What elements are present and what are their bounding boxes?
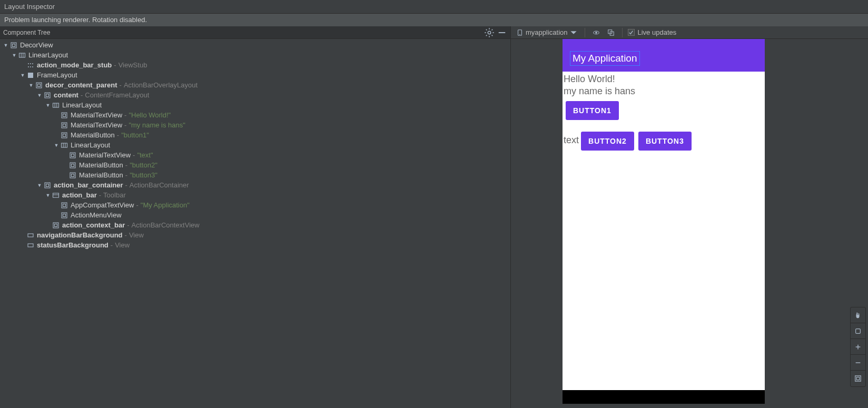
preview-toolbar: myapplication Live updates [511, 26, 868, 39]
tree-node-type: -View [123, 231, 144, 239]
tree-row[interactable]: ActionMenuView [0, 210, 510, 220]
tree-node-text: -"my name is hans" [122, 121, 185, 129]
tree-row[interactable]: MaterialTextView-"my name is hans" [0, 120, 510, 130]
svg-rect-3 [13, 44, 15, 46]
tree-row[interactable]: ▼action_bar_container-ActionBarContainer [0, 180, 510, 190]
tree-node-name: DecorView [20, 41, 53, 49]
svg-point-51 [595, 32, 597, 33]
live-updates-checkbox[interactable]: Live updates [628, 28, 677, 36]
tree-node-name: LinearLayout [71, 141, 110, 149]
tree-row[interactable]: ▼action_bar-Toolbar [0, 190, 510, 200]
frame-icon [35, 81, 43, 89]
tree-node-type: -ViewStub [112, 61, 147, 69]
tree-twisty[interactable]: ▼ [2, 43, 9, 48]
tree-row[interactable]: MaterialTextView-"text" [0, 150, 510, 160]
svg-rect-40 [62, 203, 67, 208]
chevron-down-icon [570, 29, 577, 36]
button3[interactable]: BUTTON3 [638, 132, 692, 151]
frame-icon [9, 41, 18, 49]
tree-node-name: AppCompatTextView [71, 201, 134, 209]
tree-node-type: -ActionBarContainer [123, 181, 189, 189]
tree-row[interactable]: navigationBarBackground-View [0, 230, 510, 240]
tree-node-text: -"My Application" [134, 201, 189, 209]
stub-icon [26, 61, 35, 69]
frame-icon [60, 131, 68, 140]
tree-node-type: -View [108, 241, 130, 249]
zoom-fit-icon[interactable] [851, 371, 865, 386]
svg-rect-42 [62, 213, 67, 218]
frame-icon [60, 121, 68, 130]
tree-row[interactable]: ▼FrameLayout [0, 70, 510, 80]
tree-row[interactable]: action_context_bar-ActionBarContextView [0, 220, 510, 230]
component-tree-title: Component Tree [3, 29, 482, 36]
svg-rect-24 [63, 124, 66, 126]
svg-point-10 [28, 66, 29, 67]
tree-row[interactable]: ▼LinearLayout [0, 100, 510, 110]
tree-row[interactable]: statusBarBackground-View [0, 240, 510, 250]
svg-point-8 [30, 63, 31, 64]
tree-row[interactable]: ▼decor_content_parent-ActionBarOverlayLa… [0, 80, 510, 90]
app-title[interactable]: My Application [570, 51, 640, 66]
component-tree-panel: Component Tree ▼DecorView▼LinearLayoutac… [0, 26, 511, 408]
tree-node-text: -"text" [131, 151, 153, 159]
svg-rect-45 [55, 224, 57, 226]
tree-node-name: navigationBarBackground [37, 231, 123, 239]
zoom-in-icon[interactable] [851, 339, 865, 355]
preview-area[interactable]: My Application Hello World! my name is h… [511, 39, 868, 408]
tree-node-name: ActionMenuView [71, 211, 122, 219]
layer-toggle-icon[interactable] [590, 27, 602, 38]
gear-icon[interactable] [484, 27, 495, 38]
zoom-out-icon[interactable] [851, 355, 865, 371]
tree-node-name: action_mode_bar_stub [37, 61, 112, 69]
tree-twisty[interactable]: ▼ [36, 183, 43, 188]
app-actionbar: My Application [563, 45, 765, 72]
tree-row[interactable]: ▼content-ContentFrameLayout [0, 90, 510, 100]
frame-icon [68, 171, 77, 180]
rect-icon [26, 241, 35, 250]
linear-icon [18, 51, 26, 59]
tree-row[interactable]: ▼LinearLayout [0, 140, 510, 150]
tree-row[interactable]: action_mode_bar_stub-ViewStub [0, 60, 510, 70]
text-hello: Hello World! [564, 73, 764, 85]
svg-rect-30 [70, 153, 75, 158]
minimize-icon[interactable] [497, 27, 507, 38]
svg-rect-54 [856, 329, 861, 333]
tree-row[interactable]: MaterialTextView-"Hello World!" [0, 110, 510, 120]
tree-twisty[interactable]: ▼ [44, 193, 52, 198]
tree-node-name: MaterialButton [79, 171, 123, 179]
component-tree[interactable]: ▼DecorView▼LinearLayoutaction_mode_bar_s… [0, 39, 510, 408]
tree-row[interactable]: MaterialButton-"button3" [0, 170, 510, 180]
svg-rect-59 [856, 377, 859, 380]
tree-row[interactable]: MaterialButton-"button2" [0, 160, 510, 170]
tree-twisty[interactable]: ▼ [53, 143, 60, 148]
process-selector[interactable]: myapplication [514, 27, 579, 38]
tree-node-text: -"button2" [123, 161, 157, 169]
tree-twisty[interactable]: ▼ [11, 53, 18, 58]
tree-node-name: MaterialTextView [71, 121, 122, 129]
button1[interactable]: BUTTON1 [566, 101, 619, 120]
tree-twisty[interactable]: ▼ [36, 93, 43, 98]
svg-rect-23 [62, 123, 67, 128]
frame-solid-icon [26, 71, 35, 79]
tree-twisty[interactable]: ▼ [27, 83, 35, 88]
button2[interactable]: BUTTON2 [581, 132, 634, 151]
overlay-icon[interactable] [605, 27, 617, 38]
component-tree-header: Component Tree [0, 26, 510, 39]
tree-node-name: MaterialTextView [71, 111, 122, 119]
svg-rect-2 [11, 43, 16, 48]
tree-twisty[interactable]: ▼ [44, 103, 52, 108]
tree-twisty[interactable]: ▼ [19, 73, 26, 78]
check-icon [628, 30, 634, 35]
tree-row[interactable]: AppCompatTextView-"My Application" [0, 200, 510, 210]
tree-row[interactable]: ▼LinearLayout [0, 50, 510, 60]
svg-rect-16 [45, 93, 50, 98]
mode-icon[interactable] [851, 323, 865, 339]
frame-icon [52, 221, 60, 230]
tree-node-type: -ContentFrameLayout [78, 91, 149, 99]
pan-icon[interactable] [851, 307, 865, 323]
frame-icon [60, 111, 68, 120]
tree-node-name: action_bar_container [54, 181, 123, 189]
frame-icon [68, 151, 77, 160]
tree-row[interactable]: ▼DecorView [0, 40, 510, 50]
tree-row[interactable]: MaterialButton-"button1" [0, 130, 510, 140]
